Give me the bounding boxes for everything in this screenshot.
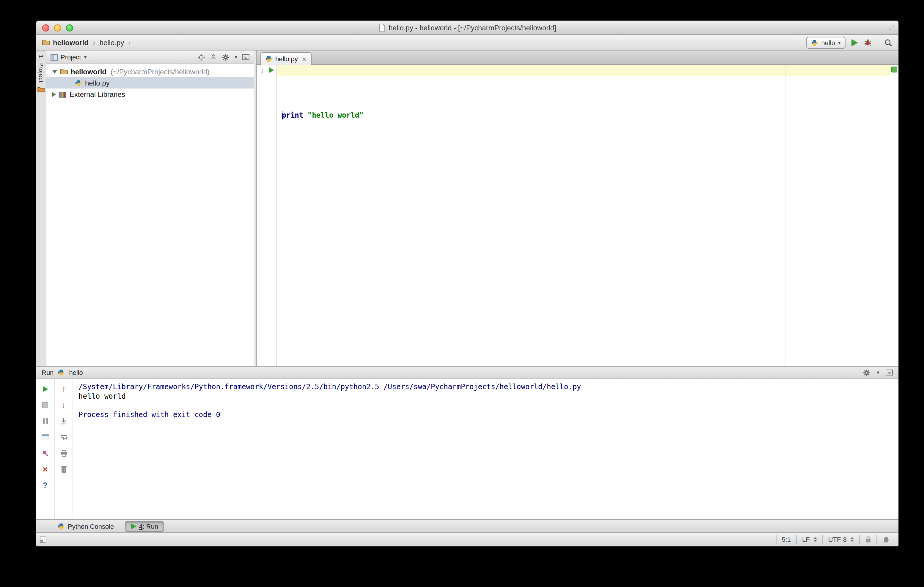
breadcrumb-separator-icon: › [127, 38, 132, 47]
help-button[interactable]: ? [41, 481, 50, 490]
status-bar: 5:1 LF UTF-8 [36, 532, 898, 546]
code-line-1: print "hello world" [277, 110, 891, 121]
line-separator-widget[interactable]: LF [796, 535, 822, 544]
run-toolwindow-label: 4: Run [139, 523, 158, 529]
expander-icon[interactable] [52, 70, 57, 73]
python-logo-icon [58, 523, 65, 529]
prev-occurrence-button[interactable]: ↑ [59, 385, 68, 393]
close-window-button[interactable] [42, 24, 50, 31]
hector-inspector-icon [883, 536, 889, 543]
project-stripe-label: 1: Project [38, 55, 44, 83]
stop-button[interactable] [41, 400, 50, 409]
hide-panel-button[interactable] [885, 369, 893, 376]
panel-splitter[interactable] [254, 51, 257, 366]
inspection-status-indicator[interactable] [891, 67, 897, 72]
run-config-tab-label[interactable]: hello [69, 369, 83, 376]
code-text-area[interactable]: print "hello world" [277, 65, 891, 366]
tab-label: hello.py [275, 55, 298, 62]
chevron-down-icon: ▾ [84, 54, 87, 60]
settings-gear-button[interactable] [222, 53, 230, 61]
text-caret [282, 111, 282, 120]
console-line: /System/Library/Frameworks/Python.framew… [79, 383, 893, 392]
caret-row-highlight [277, 65, 891, 76]
hide-panel-button[interactable] [242, 53, 250, 61]
run-toolbar-primary: × ? [36, 379, 55, 519]
run-configuration-dropdown[interactable]: hello ▾ [806, 36, 845, 48]
lock-icon [865, 536, 871, 543]
line-number: 1 [260, 65, 264, 76]
toolwindow-quick-access-icon[interactable] [40, 536, 46, 543]
search-everywhere-button[interactable] [884, 38, 893, 47]
editor-gutter: 1 [257, 65, 277, 366]
restore-layout-button[interactable] [41, 432, 50, 441]
run-toolbar-secondary: ↑ ↓ [55, 379, 73, 519]
code-editor: 1 print "hello world" [257, 65, 898, 366]
soft-wrap-button[interactable] [59, 432, 68, 441]
chevron-down-icon: ▾ [877, 370, 879, 375]
clear-all-button[interactable] [59, 465, 68, 474]
code-string: "hello world" [308, 111, 364, 119]
line-separator-value: LF [802, 536, 810, 543]
tree-item-external-libraries[interactable]: External Libraries [46, 89, 254, 100]
run-panel-body: × ? ↑ ↓ [36, 379, 898, 519]
run-line-icon[interactable] [269, 67, 274, 73]
breadcrumb-file[interactable]: hello.py [100, 38, 124, 47]
project-stripe-button[interactable]: 1: Project [38, 55, 45, 93]
caret-position-widget[interactable]: 5:1 [776, 535, 796, 544]
fullscreen-resize-icon[interactable] [888, 25, 896, 31]
pause-output-button[interactable] [41, 416, 50, 426]
project-panel: Project ▾ ▾ [46, 51, 254, 366]
traffic-lights [42, 21, 73, 35]
collapse-all-button[interactable] [210, 53, 217, 61]
close-console-button[interactable]: × [41, 465, 50, 474]
run-configuration-name: hello [821, 39, 835, 46]
tab-hello-py[interactable]: hello.py × [261, 52, 311, 65]
breadcrumb-project[interactable]: helloworld [53, 38, 89, 47]
next-occurrence-button[interactable]: ↓ [59, 400, 68, 409]
expander-icon[interactable] [52, 92, 56, 97]
project-panel-header: Project ▾ ▾ [46, 51, 254, 64]
project-panel-toolbar: ▾ [198, 53, 250, 61]
tree-item-helloworld[interactable]: helloworld (~/PycharmProjects/helloworld… [46, 66, 254, 77]
print-button[interactable] [59, 449, 68, 457]
console-line: Process finished with exit code 0 [79, 410, 893, 419]
breadcrumb-separator-icon: › [92, 38, 97, 47]
zoom-window-button[interactable] [66, 24, 73, 31]
highlighting-level-widget[interactable] [876, 535, 895, 544]
encoding-value: UTF-8 [828, 536, 847, 543]
rerun-button[interactable] [41, 385, 50, 393]
titlebar[interactable]: hello.py - helloworld - [~/PycharmProjec… [36, 21, 898, 35]
python-console-button[interactable]: Python Console [52, 521, 120, 531]
run-console-output[interactable]: /System/Library/Frameworks/Python.framew… [73, 379, 898, 519]
close-tab-icon[interactable]: × [302, 55, 307, 62]
python-file-icon [265, 55, 272, 62]
pin-tab-button[interactable] [41, 449, 50, 457]
pycharm-window: hello.py - helloworld - [~/PycharmProjec… [36, 20, 899, 547]
run-panel-header: Run hello ▾ [36, 367, 898, 379]
run-toolwindow-icon [130, 523, 136, 529]
run-button[interactable] [851, 39, 858, 46]
toolbar-separator [878, 38, 878, 47]
status-bar-widgets: 5:1 LF UTF-8 [776, 533, 895, 546]
run-tab-suffix: : Run [143, 523, 158, 529]
window-title: hello.py - helloworld - [~/PycharmProjec… [389, 23, 556, 32]
minimize-window-button[interactable] [54, 24, 61, 31]
project-view-dropdown[interactable]: Project [61, 53, 81, 61]
console-line: hello world [79, 392, 893, 401]
desktop: hello.py - helloworld - [~/PycharmProjec… [0, 0, 924, 587]
settings-gear-button[interactable] [863, 369, 871, 377]
run-toolwindow-button[interactable]: 4: Run [125, 521, 164, 531]
python-console-label: Python Console [68, 523, 114, 529]
project-toolwindow-icon [38, 87, 45, 93]
debug-button[interactable] [864, 39, 872, 46]
document-icon [378, 24, 385, 31]
encoding-widget[interactable]: UTF-8 [822, 535, 859, 544]
locate-button[interactable] [198, 53, 205, 61]
readonly-lock-widget[interactable] [859, 535, 876, 544]
tree-item-hello-py[interactable]: hello.py [46, 77, 254, 89]
scroll-to-end-button[interactable] [59, 416, 68, 426]
tree-item-label: External Libraries [69, 90, 125, 98]
navigation-bar: helloworld › hello.py › hello ▾ [36, 35, 898, 51]
stepper-arrows-icon [850, 538, 854, 542]
main-area: 1: Project Project ▾ [36, 51, 898, 366]
